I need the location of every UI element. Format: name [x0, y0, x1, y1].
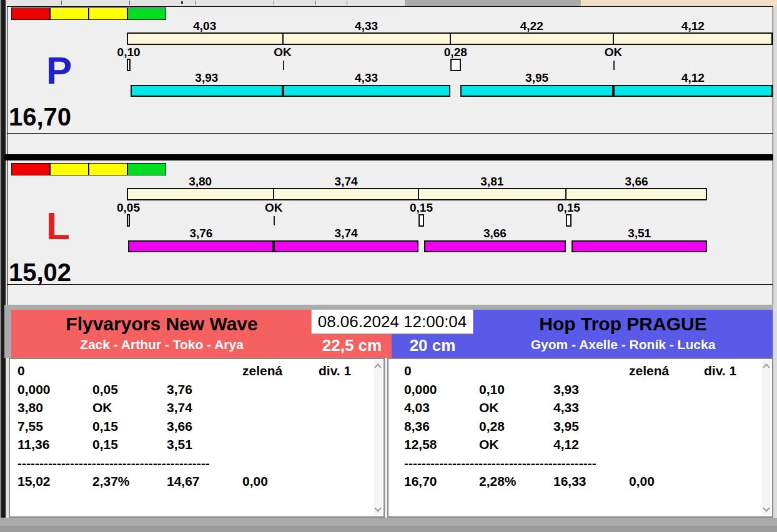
- run-bar-segment: [613, 85, 773, 97]
- run-bar-segment: [460, 85, 613, 97]
- table-cell: 0,00: [629, 474, 655, 489]
- table-cell: OK: [479, 400, 499, 415]
- run-time-label: 3,66: [424, 227, 566, 240]
- crossing-time-label: 3,80: [127, 175, 274, 189]
- gap-time-label: 0,15: [396, 201, 446, 215]
- crossing-time-label: 3,66: [566, 175, 708, 189]
- ok-tick: [274, 216, 275, 225]
- table-cell: 3,74: [167, 400, 192, 415]
- table-cell: 0: [17, 363, 25, 378]
- lane-letter: P: [46, 53, 72, 88]
- chevron-up-icon[interactable]: [374, 363, 381, 370]
- crossing-time-label: 4,22: [450, 19, 613, 33]
- ok-label: OK: [258, 46, 308, 59]
- table-cell: 0,15: [92, 437, 118, 452]
- table-cell: ----------------------------------------…: [404, 456, 596, 471]
- team-dogs-left: Zack - Arthur - Toko - Arya: [11, 337, 312, 352]
- jump-height-right: 20 cm: [393, 336, 472, 355]
- table-cell: 0,05: [92, 382, 118, 397]
- crossing-time-label: 3,74: [274, 175, 418, 189]
- table-cell: div. 1: [319, 363, 351, 378]
- team-name-right: Hop Trop PRAGUE: [473, 313, 773, 335]
- table-cell: 0,000: [17, 382, 51, 397]
- scrollbar[interactable]: [374, 360, 382, 515]
- top-strip-tick: [61, 1, 62, 5]
- run-time-label: 4,12: [613, 71, 773, 85]
- lane-panel-p: P16,704,030,103,934,33OK4,334,220,283,95…: [0, 7, 777, 139]
- traffic-light-cell: [11, 7, 50, 20]
- gap-time-label: 0,10: [104, 46, 154, 59]
- result-table-right: 0zelenádiv. 10,0000,103,934,03OK4,338,36…: [387, 358, 773, 518]
- table-cell: 2,37%: [92, 474, 130, 489]
- gap-box: [566, 214, 572, 227]
- run-time-label: 3,51: [572, 227, 707, 240]
- gap-time-label: 0,15: [543, 201, 593, 215]
- ok-tick: [283, 61, 284, 70]
- ok-label: OK: [249, 201, 299, 215]
- run-time-label: 3,74: [274, 227, 418, 240]
- crossing-time-label: 3,81: [418, 175, 566, 189]
- lane-panel-l: L15,023,800,053,763,74OK3,743,810,153,66…: [0, 162, 777, 295]
- chevron-down-icon[interactable]: [374, 505, 381, 511]
- lane-divider-bar: [4, 154, 773, 160]
- crossing-time-label: 4,33: [283, 19, 450, 33]
- run-bar-segment: [128, 240, 274, 252]
- top-strip-beige-segment: [581, 0, 777, 6]
- table-cell: 7,55: [17, 419, 43, 434]
- lane-separator-line: [7, 133, 773, 134]
- crossing-time-label: 4,12: [613, 19, 773, 33]
- lane-total: 16,70: [9, 103, 71, 131]
- run-time-label: 3,95: [460, 71, 613, 85]
- gap-box: [127, 214, 130, 227]
- table-cell: 3,66: [167, 419, 192, 434]
- result-table-left: 0zelenádiv. 10,0000,053,763,80OK3,747,55…: [9, 358, 385, 518]
- table-cell: 12,58: [404, 437, 437, 452]
- table-cell: 3,80: [17, 400, 43, 415]
- table-cell: 0,28: [479, 419, 505, 434]
- table-cell: 0,00: [242, 474, 268, 489]
- top-strip-tick: [195, 1, 196, 5]
- run-time-label: 3,76: [128, 227, 274, 240]
- jump-height-left: 22,5 cm: [312, 336, 392, 355]
- chevron-up-icon[interactable]: [763, 363, 770, 370]
- table-cell: 14,67: [167, 474, 200, 489]
- run-time-label: 3,93: [131, 71, 282, 85]
- top-strip-tick: [315, 1, 316, 5]
- table-cell: 16,33: [553, 474, 586, 489]
- top-strip-gray-segment: [405, 0, 581, 6]
- table-cell: 4,33: [553, 400, 579, 415]
- scrollbar[interactable]: [762, 360, 771, 515]
- table-cell: 0,10: [479, 382, 505, 397]
- run-bar-segment: [424, 240, 566, 252]
- traffic-light-cell: [50, 163, 89, 175]
- table-cell: div. 1: [704, 363, 736, 378]
- traffic-light-cell: [11, 163, 50, 175]
- gap-box: [418, 214, 424, 227]
- table-cell: zelená: [242, 363, 282, 378]
- top-strip-tick: [181, 1, 183, 4]
- window-bottom-border: [0, 526, 777, 532]
- lane-separator-line: [7, 284, 773, 285]
- table-cell: 15,02: [17, 474, 51, 489]
- chevron-down-icon[interactable]: [763, 505, 770, 511]
- table-cell: 3,95: [553, 419, 579, 434]
- crossing-bar: [127, 188, 707, 200]
- table-cell: 11,36: [17, 437, 49, 452]
- ok-tick: [613, 61, 615, 70]
- traffic-light-cell: [127, 7, 166, 20]
- table-cell: OK: [92, 400, 112, 415]
- crossing-bar-divider: [418, 188, 419, 200]
- team-name-left: Flyvaryors New Wave: [11, 313, 312, 335]
- top-window-strip: [0, 0, 777, 6]
- gap-box: [450, 59, 461, 71]
- lane-letter: L: [46, 209, 70, 244]
- crossing-bar-divider: [450, 32, 451, 45]
- run-time-label: 4,33: [283, 71, 450, 85]
- team-dogs-right: Gyom - Axelle - Roník - Lucka: [473, 337, 773, 352]
- table-cell: 2,28%: [479, 474, 517, 489]
- table-cell: 0,15: [92, 419, 118, 434]
- crossing-time-label: 4,03: [127, 19, 283, 33]
- table-cell: ----------------------------------------…: [17, 456, 210, 471]
- run-bar-segment: [131, 85, 282, 97]
- run-bar-segment: [572, 240, 707, 252]
